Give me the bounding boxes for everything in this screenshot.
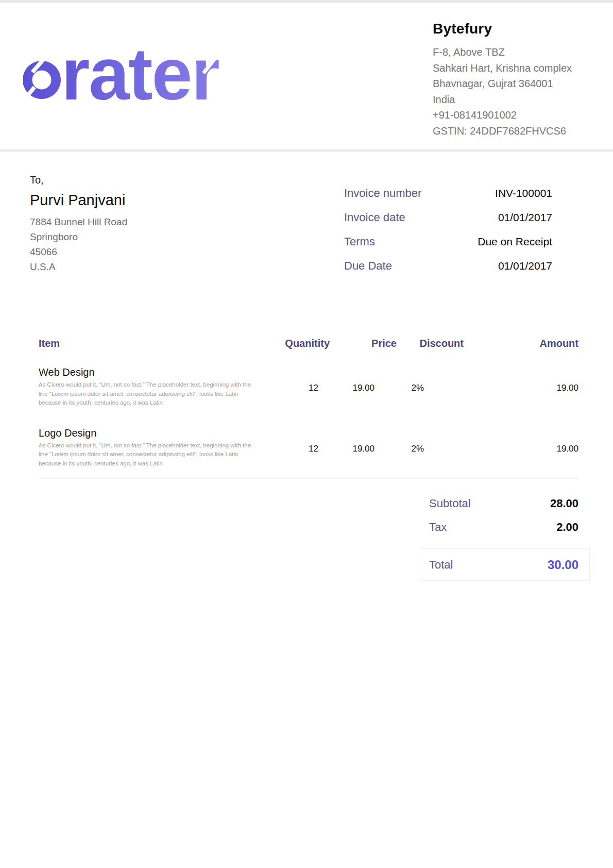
invoice-number-label: Invoice number — [344, 187, 421, 200]
table-bottom-divider — [39, 478, 578, 479]
tax-row: Tax 2.00 — [419, 515, 590, 539]
company-address-line: Bhavnagar, Gujrat 364001 — [433, 76, 603, 92]
item-name: Web Design — [39, 366, 252, 378]
invoice-number-row: Invoice number INV-100001 — [344, 181, 552, 205]
terms-label: Terms — [344, 235, 375, 248]
terms-value: Due on Receipt — [478, 236, 552, 248]
item-description: As Cicero would put it, “Um, not so fast… — [39, 441, 252, 469]
bill-to-address-line: Springboro — [30, 229, 246, 244]
tax-label: Tax — [429, 521, 447, 534]
items-table-header: Item Quanitity Price Discount Amount — [39, 338, 578, 349]
crater-logo: rater — [23, 43, 234, 101]
due-date-row: Due Date 01/01/2017 — [344, 254, 552, 278]
company-gstin: GSTIN: 24DDF7682FHVCS6 — [433, 123, 603, 139]
logo-wordmark: rater — [61, 43, 219, 101]
top-strip — [0, 0, 613, 3]
invoice-date-value: 01/01/2017 — [498, 211, 552, 224]
invoice-meta: Invoice number INV-100001 Invoice date 0… — [344, 181, 552, 278]
item-name: Logo Design — [39, 427, 252, 439]
col-header-item: Item — [39, 338, 252, 349]
item-amount: 19.00 — [464, 427, 578, 469]
col-header-quantity: Quanitity — [252, 338, 330, 349]
item-cell: Web Design As Cicero would put it, “Um, … — [39, 366, 252, 408]
total-label: Total — [429, 558, 453, 572]
company-address-line: F-8, Above TBZ — [433, 44, 603, 60]
item-cell: Logo Design As Cicero would put it, “Um,… — [39, 427, 252, 469]
col-header-amount: Amount — [464, 338, 578, 349]
table-row: Logo Design As Cicero would put it, “Um,… — [39, 427, 578, 469]
bill-to-block: To, Purvi Panjvani 7884 Bunnel Hill Road… — [30, 173, 246, 274]
invoice-date-row: Invoice date 01/01/2017 — [344, 205, 552, 229]
subtotal-row: Subtotal 28.00 — [419, 492, 590, 515]
item-amount: 19.00 — [464, 366, 578, 408]
company-phone: +91-08141901002 — [433, 107, 603, 123]
col-header-price: Price — [330, 338, 397, 349]
bill-to-label: To, — [30, 173, 246, 187]
tax-value: 2.00 — [556, 521, 578, 534]
due-date-value: 01/01/2017 — [498, 260, 552, 272]
subtotal-value: 28.00 — [550, 497, 578, 510]
company-address-line: India — [433, 92, 603, 108]
company-block: Bytefury F-8, Above TBZ Sahkari Hart, Kr… — [433, 21, 603, 139]
item-description: As Cicero would put it, “Um, not so fast… — [39, 380, 252, 408]
terms-row: Terms Due on Receipt — [344, 229, 552, 254]
bill-to-address-line: 45066 — [30, 244, 246, 259]
item-price: 19.00 — [330, 366, 397, 408]
header-divider — [0, 149, 613, 152]
invoice-date-label: Invoice date — [344, 211, 405, 224]
items-table: Item Quanitity Price Discount Amount Web… — [39, 338, 578, 479]
item-discount: 2% — [397, 427, 464, 469]
bill-to-name: Purvi Panjvani — [30, 191, 246, 209]
total-value: 30.00 — [548, 558, 578, 572]
item-price: 19.00 — [330, 427, 397, 469]
invoice-page: rater Bytefury F-8, Above TBZ Sahkari Ha… — [0, 0, 613, 868]
item-discount: 2% — [397, 366, 464, 408]
col-header-discount: Discount — [397, 338, 464, 349]
bill-to-address-line: 7884 Bunnel Hill Road — [30, 214, 246, 229]
company-address-line: Sahkari Hart, Krishna complex — [433, 60, 603, 76]
bill-to-address-line: U.S.A — [30, 259, 246, 274]
invoice-number-value: INV-100001 — [495, 187, 552, 199]
total-box: Total 30.00 — [419, 548, 590, 581]
item-quantity: 12 — [252, 366, 330, 408]
company-name: Bytefury — [433, 21, 603, 37]
due-date-label: Due Date — [344, 259, 392, 273]
totals-block: Subtotal 28.00 Tax 2.00 Total 30.00 — [419, 492, 590, 581]
table-row: Web Design As Cicero would put it, “Um, … — [39, 366, 578, 408]
subtotal-label: Subtotal — [429, 497, 471, 510]
item-quantity: 12 — [252, 427, 330, 469]
